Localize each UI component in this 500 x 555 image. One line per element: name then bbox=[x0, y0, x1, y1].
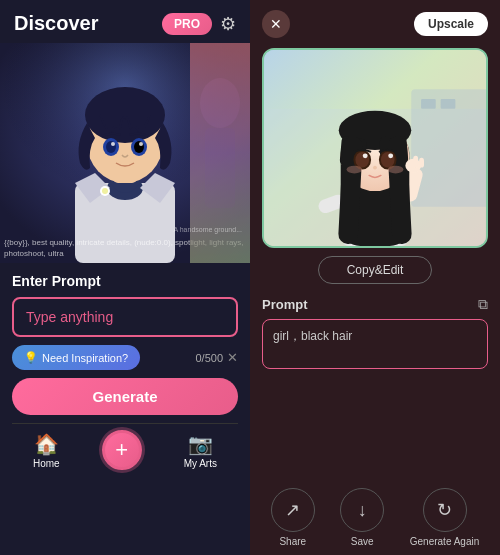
prompt-label-row: Prompt ⧉ bbox=[262, 296, 488, 313]
nav-add[interactable]: + bbox=[102, 430, 142, 470]
svg-point-43 bbox=[363, 153, 368, 158]
inspiration-label: Need Inspiration? bbox=[42, 352, 128, 364]
share-icon: ↗ bbox=[285, 499, 300, 521]
inspiration-row: 💡 Need Inspiration? 0/500 ✕ bbox=[12, 345, 238, 370]
discover-title: Discover bbox=[14, 12, 99, 35]
anime-girl-figure bbox=[264, 50, 486, 246]
char-count: 0/500 ✕ bbox=[195, 350, 238, 365]
nav-home[interactable]: 🏠 Home bbox=[33, 432, 60, 469]
clear-input-button[interactable]: ✕ bbox=[227, 350, 238, 365]
save-icon: ↓ bbox=[358, 500, 367, 521]
enter-prompt-label: Enter Prompt bbox=[12, 273, 238, 289]
right-image-container bbox=[262, 48, 488, 248]
close-button[interactable]: ✕ bbox=[262, 10, 290, 38]
left-bottom: Enter Prompt 💡 Need Inspiration? 0/500 ✕… bbox=[0, 263, 250, 555]
right-panel: ✕ Upscale bbox=[250, 0, 500, 555]
generate-again-icon-circle: ↻ bbox=[423, 488, 467, 532]
camera-icon: 📷 bbox=[188, 432, 213, 456]
share-action[interactable]: ↗ Share bbox=[271, 488, 315, 547]
watermark-text: A handsome ground... bbox=[174, 226, 243, 233]
home-label: Home bbox=[33, 458, 60, 469]
share-label: Share bbox=[279, 536, 306, 547]
my-arts-label: My Arts bbox=[184, 458, 217, 469]
svg-point-45 bbox=[373, 166, 377, 170]
left-header: Discover PRO ⚙ bbox=[0, 0, 250, 43]
prompt-section-label: Prompt bbox=[262, 297, 308, 312]
svg-point-5 bbox=[102, 188, 108, 194]
copy-edit-button[interactable]: Copy&Edit bbox=[318, 256, 433, 284]
right-header: ✕ Upscale bbox=[250, 0, 500, 48]
svg-point-13 bbox=[111, 142, 115, 146]
image-gallery: {{boy}}, best quality, intricate details… bbox=[0, 43, 250, 263]
svg-rect-22 bbox=[421, 99, 436, 109]
inspiration-button[interactable]: 💡 Need Inspiration? bbox=[12, 345, 140, 370]
save-icon-circle: ↓ bbox=[340, 488, 384, 532]
upscale-button[interactable]: Upscale bbox=[414, 12, 488, 36]
svg-rect-23 bbox=[441, 99, 456, 109]
header-right: PRO ⚙ bbox=[162, 13, 236, 35]
prompt-text-value: girl，black hair bbox=[273, 329, 352, 343]
share-icon-circle: ↗ bbox=[271, 488, 315, 532]
copy-prompt-button[interactable]: ⧉ bbox=[478, 296, 488, 313]
svg-point-47 bbox=[388, 166, 404, 174]
right-bottom-actions: ↗ Share ↓ Save ↻ Generate Again bbox=[250, 476, 500, 555]
right-prompt-section: Prompt ⧉ girl，black hair bbox=[262, 296, 488, 369]
svg-point-46 bbox=[347, 166, 363, 174]
pro-button[interactable]: PRO bbox=[162, 13, 212, 35]
save-label: Save bbox=[351, 536, 374, 547]
generate-again-action[interactable]: ↻ Generate Again bbox=[410, 488, 480, 547]
svg-point-14 bbox=[139, 142, 143, 146]
prompt-input[interactable] bbox=[12, 297, 238, 337]
nav-my-arts[interactable]: 📷 My Arts bbox=[184, 432, 217, 469]
gear-icon[interactable]: ⚙ bbox=[220, 13, 236, 35]
home-icon: 🏠 bbox=[34, 432, 59, 456]
generate-button[interactable]: Generate bbox=[12, 378, 238, 415]
anime-girl-svg bbox=[264, 50, 486, 246]
add-button[interactable]: + bbox=[102, 430, 142, 470]
svg-rect-49 bbox=[413, 156, 418, 168]
save-action[interactable]: ↓ Save bbox=[340, 488, 384, 547]
lightbulb-icon: 💡 bbox=[24, 351, 38, 364]
refresh-icon: ↻ bbox=[437, 499, 452, 521]
generate-again-label: Generate Again bbox=[410, 536, 480, 547]
char-count-value: 0/500 bbox=[195, 352, 223, 364]
left-panel: Discover PRO ⚙ bbox=[0, 0, 250, 555]
svg-point-44 bbox=[388, 153, 393, 158]
bottom-nav: 🏠 Home + 📷 My Arts bbox=[12, 423, 238, 474]
svg-rect-50 bbox=[419, 158, 424, 168]
prompt-text-box: girl，black hair bbox=[262, 319, 488, 369]
